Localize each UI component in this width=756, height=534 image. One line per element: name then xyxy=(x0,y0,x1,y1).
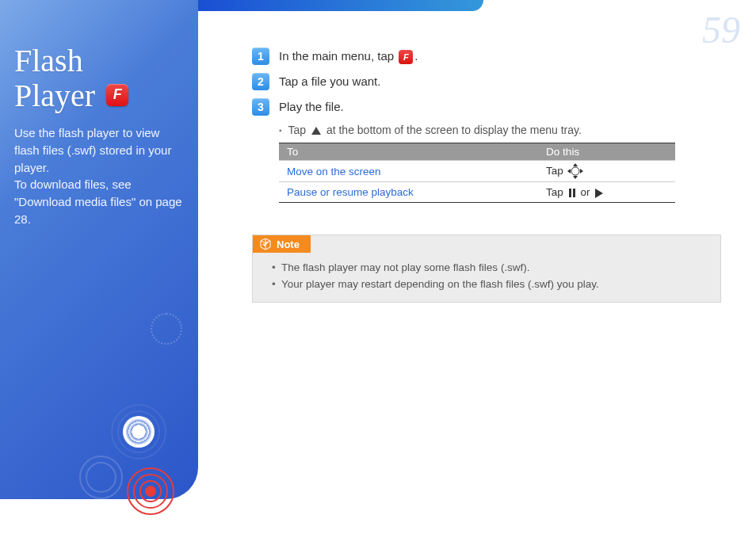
dpad-icon xyxy=(569,165,582,177)
step-badge-2: 2 xyxy=(252,73,269,90)
cell-to: Pause or resume playback xyxy=(279,182,538,203)
note-label: Note xyxy=(253,235,311,253)
controls-table: To Do this Move on the screen Tap Pause … xyxy=(279,143,675,203)
flash-app-icon xyxy=(106,84,128,106)
step-badge-1: 1 xyxy=(252,48,269,65)
flash-icon xyxy=(399,50,413,64)
sidebar: Flash Player Use the flash player to vie… xyxy=(0,0,198,499)
triangle-up-icon xyxy=(311,127,321,135)
step-text-2: Tap a file you want. xyxy=(279,73,380,90)
table-header-do: Do this xyxy=(538,143,675,161)
table-row: Pause or resume playback Tap or xyxy=(279,182,675,203)
note-item: The flash player may not play some flash… xyxy=(272,260,711,276)
page-title: Flash Player xyxy=(14,44,184,113)
header-decoration xyxy=(198,0,483,11)
note-item: Your player may restart depending on the… xyxy=(272,277,711,292)
play-icon xyxy=(595,189,603,198)
table-row: Move on the screen Tap xyxy=(279,161,675,182)
cell-do: Tap xyxy=(538,161,675,182)
title-line1: Flash xyxy=(14,43,83,78)
page-number: 59 xyxy=(702,8,740,51)
step-badge-3: 3 xyxy=(252,98,269,116)
note-box: Note The flash player may not play some … xyxy=(252,235,721,303)
step-3: 3 Play the file. xyxy=(252,98,727,116)
table-header-to: To xyxy=(279,143,538,161)
sidebar-description: Use the flash player to view flash files… xyxy=(14,124,184,228)
title-line2: Player xyxy=(14,78,95,113)
cell-do: Tap or xyxy=(538,182,675,203)
step-text-1: In the main menu, tap . xyxy=(279,48,418,65)
step-2: 2 Tap a file you want. xyxy=(252,73,727,90)
main-content: 1 In the main menu, tap . 2 Tap a file y… xyxy=(252,48,727,303)
step-1: 1 In the main menu, tap . xyxy=(252,48,727,65)
note-cube-icon xyxy=(259,238,272,250)
note-list: The flash player may not play some flash… xyxy=(253,254,720,292)
pause-icon xyxy=(569,189,575,197)
cell-to: Move on the screen xyxy=(279,161,538,182)
step-text-3: Play the file. xyxy=(279,98,344,116)
sub-bullet: Tap at the bottom of the screen to displ… xyxy=(279,124,727,136)
